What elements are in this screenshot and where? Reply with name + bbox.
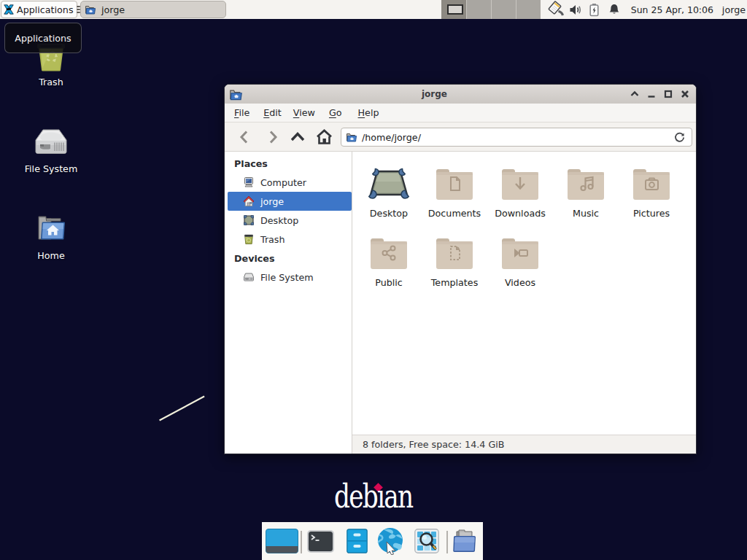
- back-button[interactable]: [233, 122, 255, 152]
- applications-menu-button[interactable]: Applications: [1, 1, 77, 18]
- location-folder-icon: [346, 131, 357, 143]
- panel-clock[interactable]: Sun 25 Apr, 10:06: [631, 0, 713, 19]
- folder-music-icon: [566, 166, 605, 201]
- sidebar-item-desktop[interactable]: Desktop: [225, 211, 352, 230]
- sidebar-item-file-system[interactable]: File System: [225, 268, 352, 287]
- debian-wallpaper-logo: debıan: [334, 478, 480, 515]
- menu-file[interactable]: File: [228, 107, 255, 118]
- dock-show-desktop-icon[interactable]: [266, 529, 298, 553]
- menu-help[interactable]: Help: [352, 107, 385, 118]
- dock-terminal-icon[interactable]: [306, 529, 335, 553]
- statusbar: 8 folders, Free space: 14.4 GiB: [352, 435, 696, 454]
- file-item-pictures[interactable]: Pictures: [619, 162, 684, 231]
- forward-button[interactable]: [262, 122, 284, 152]
- dock-web-browser-icon[interactable]: [375, 527, 406, 555]
- sidebar-header-places: Places: [225, 154, 352, 173]
- volume-icon[interactable]: [569, 0, 583, 19]
- dock-separator: [446, 531, 448, 553]
- desktop-icon-home[interactable]: Home: [7, 214, 95, 261]
- workspace-pager[interactable]: [441, 0, 541, 19]
- file-item-label: Desktop: [370, 207, 408, 220]
- workspace-2[interactable]: [466, 0, 491, 19]
- file-item-label: Documents: [428, 207, 481, 220]
- sidebar-item-label: Desktop: [260, 215, 298, 226]
- window-title: jorge: [243, 89, 626, 99]
- window-title-icon: [229, 88, 243, 101]
- dock-separator: [301, 531, 302, 553]
- drive-icon: [243, 271, 255, 283]
- home-icon: [243, 195, 255, 207]
- panel-username[interactable]: jorge: [722, 0, 746, 19]
- workspace-window-miniature: [447, 4, 463, 15]
- desktop-icon: [243, 214, 255, 226]
- file-item-desktop[interactable]: Desktop: [356, 162, 422, 231]
- file-item-videos[interactable]: Videos: [487, 231, 553, 300]
- window-titlebar[interactable]: jorge: [225, 85, 696, 104]
- dock-file-manager-icon[interactable]: [452, 527, 480, 554]
- bottom-dock: [262, 522, 483, 560]
- sidebar-item-jorge[interactable]: jorge: [228, 192, 352, 211]
- statusbar-text: 8 folders, Free space: 14.4 GiB: [363, 439, 504, 450]
- trash-icon: [243, 233, 255, 245]
- window-body: Places Computer: [225, 152, 696, 454]
- workspace-1-active[interactable]: [441, 0, 466, 19]
- desktop-stray-line: [157, 394, 208, 424]
- file-item-downloads[interactable]: Downloads: [487, 162, 553, 231]
- desktop-trapezoid-icon: [368, 166, 410, 201]
- network-wired-icon[interactable]: [547, 0, 565, 19]
- minimize-button[interactable]: [643, 85, 659, 103]
- desktop-icon-label: Trash: [7, 77, 95, 88]
- dock-app-finder-icon[interactable]: [414, 529, 439, 553]
- sidebar-item-label: Computer: [260, 177, 306, 188]
- reload-icon[interactable]: [673, 131, 686, 144]
- workspace-3[interactable]: [491, 0, 516, 19]
- taskbar-window-label: jorge: [101, 4, 125, 15]
- file-item-documents[interactable]: Documents: [422, 162, 487, 231]
- file-list-area[interactable]: Desktop Documents: [352, 152, 696, 454]
- sidebar: Places Computer: [225, 152, 352, 454]
- file-item-label: Templates: [431, 276, 479, 289]
- battery-icon[interactable]: [589, 0, 600, 19]
- dock-file-cabinet-icon[interactable]: [347, 529, 368, 553]
- file-item-templates[interactable]: Templates: [422, 231, 487, 300]
- shade-button[interactable]: [626, 85, 643, 103]
- files-grid: Desktop Documents: [356, 162, 684, 300]
- location-input[interactable]: /home/jorge/: [362, 132, 673, 143]
- file-manager-window: jorge File Edit View Go Help: [224, 84, 697, 454]
- drive-harddisk-icon: [7, 129, 95, 155]
- folder-pictures-icon: [632, 166, 671, 201]
- sidebar-item-computer[interactable]: Computer: [225, 173, 352, 192]
- desktop-icon-label: Home: [7, 250, 95, 261]
- file-item-label: Music: [573, 207, 599, 220]
- taskbar-window-button[interactable]: jorge: [80, 1, 226, 18]
- home-folder-icon: [7, 214, 95, 242]
- up-button[interactable]: [287, 122, 309, 152]
- menu-go[interactable]: Go: [323, 107, 348, 118]
- folder-documents-icon: [435, 166, 474, 201]
- folder-templates-icon: [435, 236, 474, 271]
- notifications-bell-icon[interactable]: [608, 0, 621, 19]
- maximize-button[interactable]: [659, 85, 676, 103]
- folder-downloads-icon: [500, 166, 540, 201]
- window-menubar: File Edit View Go Help: [225, 104, 696, 122]
- sidebar-item-trash[interactable]: Trash: [225, 230, 352, 249]
- desktop-icon-file-system[interactable]: File System: [7, 129, 95, 174]
- close-button[interactable]: [676, 85, 693, 103]
- menu-view[interactable]: View: [287, 107, 321, 118]
- file-item-public[interactable]: Public: [356, 231, 422, 300]
- sidebar-header-devices: Devices: [225, 249, 352, 268]
- location-bar[interactable]: /home/jorge/: [341, 128, 692, 147]
- applications-tooltip: Applications: [4, 23, 82, 53]
- file-item-label: Videos: [505, 276, 535, 289]
- menu-edit[interactable]: Edit: [258, 107, 287, 118]
- workspace-4[interactable]: [516, 0, 541, 19]
- top-panel: Applications jorge: [0, 0, 747, 19]
- computer-icon: [243, 176, 255, 188]
- applications-menu-label: Applications: [17, 4, 74, 15]
- file-item-label: Pictures: [633, 207, 670, 220]
- home-button[interactable]: [313, 122, 335, 152]
- window-folder-icon: [85, 4, 96, 15]
- file-item-music[interactable]: Music: [553, 162, 619, 231]
- sidebar-item-label: Trash: [260, 234, 285, 245]
- folder-public-icon: [369, 236, 409, 271]
